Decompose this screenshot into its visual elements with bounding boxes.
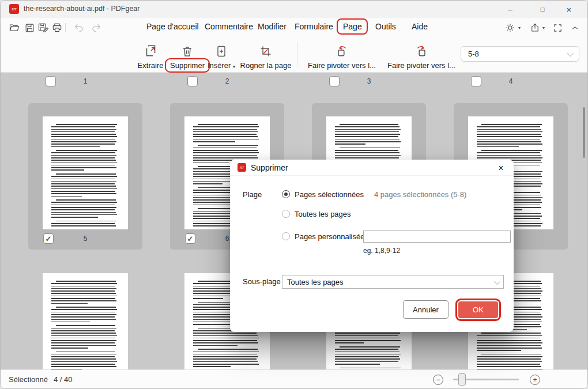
selection-status: Sélectionné4 / 40 (9, 375, 72, 384)
radio-selected-pages[interactable] (282, 190, 290, 198)
rotate-right-icon (381, 40, 462, 58)
crop-label: Rogner la page (240, 61, 292, 70)
fullscreen-icon[interactable] (551, 21, 564, 35)
page-thumbnail[interactable] (43, 273, 128, 369)
crop-icon (238, 40, 293, 58)
page-number: 3 (312, 77, 426, 85)
rotate-right-label: Faire pivoter vers l... (387, 61, 455, 70)
save-icon[interactable] (22, 21, 36, 35)
rotate-left-button[interactable]: Faire pivoter vers l... (301, 40, 382, 70)
pdfgear-logo-icon: rrr (238, 163, 246, 172)
zoom-in-button[interactable]: + (530, 375, 540, 385)
custom-pages-input[interactable] (363, 231, 511, 243)
menu-page-daccueil[interactable]: Page d'accueil (146, 22, 199, 31)
dialog-titlebar: rrr Supprimer × (230, 160, 514, 176)
subrange-label: Sous-plage (243, 277, 281, 286)
menu-modifier[interactable]: Modifier (258, 22, 287, 31)
zoom-slider-handle[interactable] (458, 373, 466, 386)
page-range-input[interactable]: 5-8 (461, 46, 579, 62)
page-number: 2 (170, 77, 284, 85)
page-card-selected[interactable]: ✓5 (28, 103, 142, 250)
menu-commentaire[interactable]: Commentaire (205, 22, 253, 31)
undo-icon[interactable] (72, 21, 86, 35)
subrange-select[interactable]: Toutes les pages (282, 275, 504, 289)
delete-annotation (165, 58, 210, 73)
crop-button[interactable]: Rogner la page (238, 40, 293, 70)
page-thumbnail[interactable] (43, 116, 128, 229)
radio-all-pages-label: Toutes les pages (295, 210, 351, 218)
menu-outils[interactable]: Outils (375, 22, 396, 31)
rotate-left-icon (301, 40, 382, 58)
theme-icon[interactable] (503, 21, 517, 35)
theme-caret-icon[interactable]: ▾ (518, 25, 521, 31)
chevron-down-icon (567, 50, 574, 56)
insert-caret-icon: ▾ (233, 64, 235, 69)
close-button[interactable]: × (556, 1, 582, 18)
save-as-icon[interactable] (36, 21, 50, 35)
status-bar: Sélectionné4 / 40 − + (1, 369, 587, 388)
vertical-scrollbar[interactable] (583, 107, 585, 158)
window-title: the-research-about-ai.pdf - PDFgear (24, 5, 140, 13)
radio-selected-pages-label: Pages sélectionnées (295, 190, 364, 199)
tools-divider (297, 42, 297, 66)
minimize-button[interactable]: – (497, 1, 523, 18)
menu-toolbar-row: Page d'accueil Commentaire Modifier Form… (1, 18, 587, 37)
page-menu-annotation (337, 18, 368, 35)
delete-dialog: rrr Supprimer × Plage Pages sélectionnée… (230, 160, 514, 332)
share-icon[interactable] (528, 21, 542, 35)
rotate-right-button[interactable]: Faire pivoter vers l... (381, 40, 462, 70)
selection-note: 4 pages sélectionnées (5-8) (374, 190, 466, 199)
radio-all-pages[interactable] (282, 210, 290, 218)
radio-custom-pages[interactable] (282, 232, 290, 240)
custom-pages-hint: eg. 1,8,9-12 (363, 247, 400, 255)
page-number: 5 (28, 235, 142, 243)
print-icon[interactable] (50, 21, 64, 35)
page-range-value: 5-8 (468, 50, 479, 58)
insert-label: Insérer ▾ (208, 61, 235, 70)
page-number: 4 (454, 77, 568, 85)
zoom-out-button[interactable]: − (433, 375, 443, 385)
pdfgear-logo-icon: rrr (9, 4, 19, 14)
maximize-button[interactable]: □ (530, 1, 555, 18)
subrange-value: Toutes les pages (287, 278, 344, 286)
title-bar: rrr the-research-about-ai.pdf - PDFgear … (1, 1, 587, 18)
insert-page-icon (202, 40, 240, 58)
chevron-down-icon (494, 278, 500, 284)
redo-icon[interactable] (89, 21, 103, 35)
cancel-button[interactable]: Annuler (403, 300, 448, 319)
delete-label: Supprimer (170, 61, 205, 70)
toolbar-divider (65, 23, 66, 32)
dialog-close-icon[interactable]: × (494, 161, 508, 175)
rotate-left-label: Faire pivoter vers l... (308, 61, 376, 70)
menu-formulaire[interactable]: Formulaire (295, 22, 333, 31)
range-label: Plage (243, 190, 262, 199)
share-caret-icon[interactable]: ▾ (542, 25, 545, 31)
radio-custom-pages-label: Pages personnalisées (295, 232, 368, 241)
page-number: 1 (28, 77, 142, 85)
menu-aide[interactable]: Aide (412, 22, 428, 31)
extract-label: Extraire (138, 61, 164, 70)
ok-annotation (455, 299, 501, 321)
collapse-toolbar-icon[interactable] (568, 21, 582, 35)
pdfgear-window: rrr the-research-about-ai.pdf - PDFgear … (0, 0, 588, 389)
dialog-title: Supprimer (251, 163, 288, 172)
page-tools-row: Extraire Supprimer Insérer ▾ (1, 37, 587, 73)
open-file-icon[interactable] (7, 21, 21, 35)
